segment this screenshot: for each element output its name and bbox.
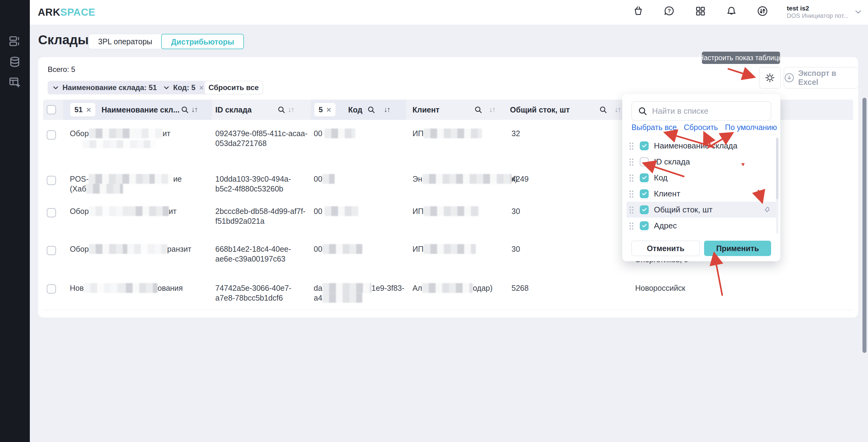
row-checkbox[interactable] <box>47 246 56 255</box>
cell-stock: 32 <box>512 129 520 138</box>
header-filter-badge-name[interactable]: 51 <box>70 103 95 116</box>
sort-icon[interactable] <box>191 105 197 114</box>
close-icon[interactable] <box>327 105 331 115</box>
column-toggle-item[interactable]: Код <box>626 170 776 185</box>
cell-client: ИП <box>412 206 479 216</box>
filter-chip-warehouse-name[interactable]: Наименование склада: 51 <box>48 81 170 94</box>
cell-warehouse-id: 10dda103-39c0-494a-b5c2-4f880c53260b <box>215 174 291 194</box>
dashboard-icon[interactable] <box>9 35 21 47</box>
search-icon[interactable] <box>599 106 608 115</box>
row-checkbox[interactable] <box>47 176 56 185</box>
filter-chip-label: Наименование склада: 51 <box>62 83 157 92</box>
popup-scrollbar[interactable] <box>776 138 778 234</box>
drag-handle-icon[interactable] <box>629 206 634 214</box>
column-toggle-label: ID склада <box>654 157 690 167</box>
cell-warehouse-name: POS-ие (Хаб <box>70 174 182 194</box>
column-header-stock[interactable]: Общий сток, шт <box>510 100 570 120</box>
sort-icon[interactable] <box>384 105 390 114</box>
cart-icon[interactable] <box>632 5 645 18</box>
logo-space: SPACE <box>60 6 95 18</box>
popup-search-input[interactable] <box>651 103 770 119</box>
column-toggle-item[interactable]: Наименование склада <box>626 138 776 154</box>
select-all-checkbox[interactable] <box>47 105 56 114</box>
table-add-icon[interactable] <box>9 76 21 88</box>
cell-client: Алодар) <box>412 283 492 293</box>
page-scrollbar[interactable] <box>863 98 866 353</box>
total-count: Всего: 5 <box>48 65 75 74</box>
notifications-bell-icon[interactable] <box>725 5 738 18</box>
popup-scrollbar-thumb[interactable] <box>776 138 778 199</box>
table-settings-tooltip: Настроить показ таблицы <box>702 52 780 64</box>
select-all-link[interactable]: Выбрать все <box>631 123 677 132</box>
drag-handle-icon[interactable] <box>629 190 634 198</box>
column-header-name[interactable]: Наименование скл... <box>101 100 180 120</box>
checkbox-checked[interactable] <box>640 221 649 230</box>
popup-search[interactable] <box>631 101 771 121</box>
download-icon <box>784 72 795 83</box>
drag-handle-icon[interactable] <box>629 174 634 182</box>
cell-code: da1e9-3f83- a4 <box>314 283 404 303</box>
apply-button[interactable]: Применить <box>704 241 771 256</box>
column-header-id[interactable]: ID склада <box>215 100 252 120</box>
filter-chip-label: Код: 5 <box>173 83 195 92</box>
reset-all-filters-button[interactable]: Сбросить все <box>204 81 263 94</box>
search-icon[interactable] <box>181 106 189 115</box>
default-link[interactable]: По умолчанию <box>725 123 777 132</box>
view-tabs: 3PL операторы Дистрибьюторы <box>89 34 244 49</box>
checkbox-checked[interactable] <box>640 189 649 198</box>
drag-handle-icon[interactable] <box>629 222 634 230</box>
drag-handle-icon[interactable] <box>629 158 634 166</box>
filter-chip-code[interactable]: Код: 5 <box>158 81 209 94</box>
column-header-client[interactable]: Клиент <box>412 100 439 120</box>
chevron-down-icon[interactable] <box>854 7 863 18</box>
search-icon <box>638 106 648 117</box>
database-icon[interactable] <box>9 56 21 68</box>
cell-client: Энк) <box>412 174 517 184</box>
column-toggle-item[interactable]: Клиент <box>626 185 776 202</box>
badge-value: 51 <box>74 105 83 114</box>
reset-link[interactable]: Сбросить <box>684 123 718 132</box>
sort-icon[interactable] <box>489 105 495 114</box>
cell-address: Новороссийск <box>635 283 685 293</box>
row-checkbox[interactable] <box>47 284 56 294</box>
export-excel-button[interactable]: Экспорт в Excel <box>784 67 859 89</box>
sort-icon[interactable] <box>615 105 621 114</box>
cell-code: 00 <box>314 129 355 138</box>
topbar: ARKSPACE ? test is2 DOS Инициатор пот... <box>30 0 868 25</box>
checkbox-unchecked[interactable] <box>640 157 649 166</box>
checkbox-checked[interactable] <box>640 205 649 214</box>
drag-handle-icon[interactable] <box>629 142 634 150</box>
table-settings-button[interactable] <box>759 67 781 89</box>
search-icon[interactable] <box>277 106 286 115</box>
sync-icon[interactable] <box>756 5 769 18</box>
header-filter-badge-code[interactable]: 5 <box>314 103 336 116</box>
search-icon[interactable] <box>474 106 483 115</box>
cell-client: ИП <box>412 129 482 138</box>
column-toggle-label: Адрес <box>654 221 677 231</box>
help-icon[interactable]: ? <box>663 5 676 18</box>
column-header-code[interactable]: Код <box>348 100 362 120</box>
column-toggle-label: Наименование склада <box>654 141 737 150</box>
sort-icon[interactable] <box>288 105 294 114</box>
column-toggle-item[interactable]: Общий сток, шт <box>626 202 776 217</box>
row-checkbox[interactable] <box>47 208 56 217</box>
tab-3pl-operators[interactable]: 3PL операторы <box>89 34 162 49</box>
column-toggle-item[interactable]: ID склада <box>626 154 776 170</box>
search-icon[interactable] <box>367 106 376 115</box>
apps-grid-icon[interactable] <box>694 5 707 18</box>
column-toggle-label: Клиент <box>654 189 680 199</box>
close-icon[interactable] <box>199 83 204 93</box>
checkbox-checked[interactable] <box>640 173 649 182</box>
column-toggle-item[interactable]: Адрес <box>626 217 776 234</box>
cancel-button[interactable]: Отменить <box>631 241 700 256</box>
pin-icon[interactable] <box>763 205 772 215</box>
logo-ark: ARK <box>38 6 60 18</box>
tab-distributors[interactable]: Дистрибьюторы <box>161 34 244 49</box>
cell-code: 00 <box>314 174 335 184</box>
checkbox-checked[interactable] <box>640 141 649 150</box>
row-checkbox[interactable] <box>47 130 56 140</box>
app-logo[interactable]: ARKSPACE <box>38 6 95 18</box>
column-toggle-label: Общий сток, шт <box>654 205 712 214</box>
table-row[interactable]: Новования 74742a5e-3066-40e7-a7e8-78bcc5… <box>43 273 853 310</box>
close-icon[interactable] <box>87 105 91 115</box>
